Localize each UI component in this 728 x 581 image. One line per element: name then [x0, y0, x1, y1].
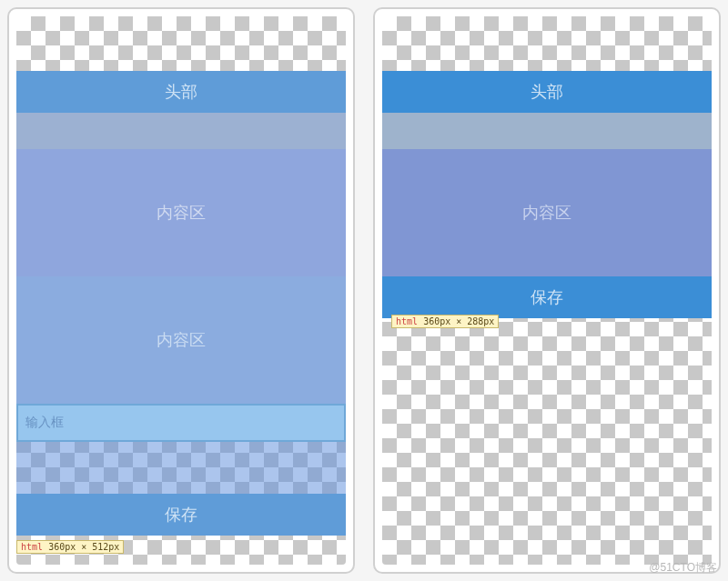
- save-button[interactable]: 保存: [382, 276, 712, 318]
- mockup-container-right: 头部 内容区 保存: [382, 71, 712, 318]
- watermark: @51CTO博客: [649, 560, 717, 576]
- mockup-container-left: 头部 内容区 内容区 输入框 保存: [16, 71, 346, 536]
- content-section: 内容区: [382, 149, 712, 276]
- content-label-2: 内容区: [157, 329, 206, 351]
- spacer-section: [16, 113, 346, 149]
- header-section: 头部: [382, 71, 712, 113]
- dim-size: 360px × 288px: [423, 316, 494, 326]
- dimension-tooltip-right: html 360px × 288px: [391, 315, 499, 328]
- input-placeholder: 输入框: [25, 415, 64, 431]
- left-preview-panel: 头部 内容区 内容区 输入框 保存 html 360px × 512px: [7, 7, 355, 574]
- save-button[interactable]: 保存: [16, 494, 346, 536]
- dim-element-name: html: [396, 316, 418, 326]
- content-section-2: 内容区: [16, 276, 346, 404]
- spacer-section: [382, 113, 712, 149]
- dim-element-name: html: [21, 542, 43, 552]
- dimension-tooltip-left: html 360px × 512px: [16, 540, 124, 554]
- input-field[interactable]: 输入框: [16, 404, 346, 442]
- save-label: 保存: [531, 286, 563, 308]
- header-label: 头部: [531, 81, 563, 103]
- header-section: 头部: [16, 71, 346, 113]
- right-preview-panel: 头部 内容区 保存 html 360px × 288px: [373, 7, 721, 574]
- content-section-1: 内容区: [16, 149, 346, 276]
- content-label-1: 内容区: [157, 202, 206, 224]
- content-label: 内容区: [522, 202, 571, 224]
- save-label: 保存: [165, 504, 197, 526]
- header-label: 头部: [165, 81, 197, 103]
- dim-size: 360px × 512px: [48, 542, 119, 552]
